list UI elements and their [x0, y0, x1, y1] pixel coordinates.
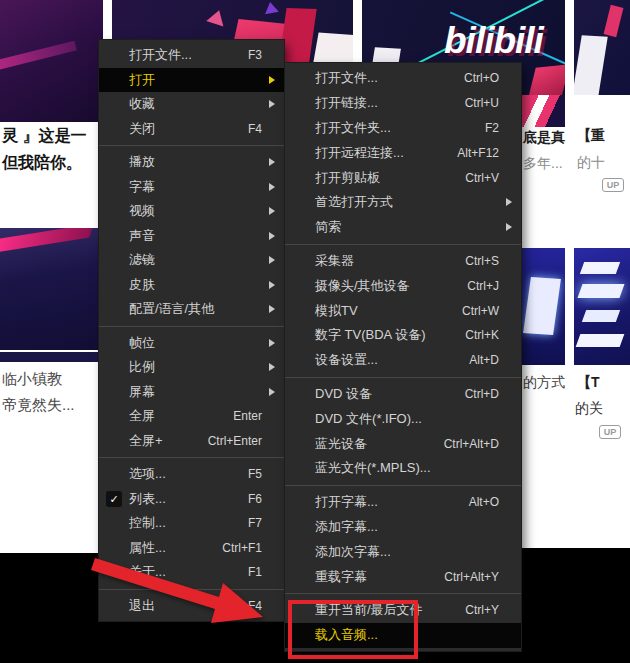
- submenu-item-reopen-current-last-file[interactable]: 重开当前/最后文件Ctrl+Y: [285, 598, 521, 623]
- menu-item-open[interactable]: 打开: [99, 68, 284, 93]
- banner-image-right: [574, 0, 630, 95]
- thumbnail-strip: [0, 352, 100, 362]
- submenu-item-quick-index[interactable]: 简索: [285, 215, 521, 240]
- submenu-item-label: 蓝光设备: [285, 435, 444, 453]
- submenu-arrow-icon: [269, 281, 284, 289]
- submenu-item-label: DVD 文件(*.IFO)...: [285, 410, 499, 428]
- menu-item-playlist[interactable]: ✓列表...F6: [99, 487, 284, 512]
- menu-item-open-file[interactable]: 打开文件...F3: [99, 43, 284, 68]
- menu-item-shortcut: F5: [248, 467, 284, 481]
- submenu-item-label: DVD 设备: [285, 385, 465, 403]
- menu-item-frame-step[interactable]: 帧位: [99, 331, 284, 356]
- submenu-item-open-folder[interactable]: 打开文件夹...F2: [285, 116, 521, 141]
- menu-item-fullscreen-plus[interactable]: 全屏+Ctrl+Enter: [99, 429, 284, 454]
- video-title-text: 【T: [577, 374, 600, 392]
- menu-item-label: 全屏+: [99, 432, 208, 450]
- menu-item-aspect-ratio[interactable]: 比例: [99, 355, 284, 380]
- menu-item-properties[interactable]: 属性...Ctrl+F1: [99, 536, 284, 561]
- menu-item-label: 播放: [99, 153, 269, 171]
- menu-item-shortcut: F1: [248, 565, 284, 579]
- submenu-item-dvd-file-ifo[interactable]: DVD 文件(*.IFO)...: [285, 406, 521, 431]
- menu-item-about[interactable]: 关于...F1: [99, 560, 284, 585]
- menu-item-shortcut: F4: [248, 122, 284, 136]
- menu-item-screen[interactable]: 屏幕: [99, 380, 284, 405]
- menu-separator: [99, 457, 284, 458]
- menu-item-options[interactable]: 选项...F5: [99, 462, 284, 487]
- submenu-item-label: 重开当前/最后文件: [285, 601, 465, 619]
- submenu-separator: [285, 377, 521, 378]
- video-title-text: 临小镇教: [2, 370, 62, 389]
- video-title-text: 底是真: [523, 129, 565, 147]
- screenshot-stage: bilibili 灵 』这是一 但我陪你。 临小镇教 帝竟然失... 底是真 多…: [0, 0, 630, 663]
- submenu-arrow-icon: [269, 183, 284, 191]
- submenu-separator: [285, 244, 521, 245]
- submenu-item-bluray-device[interactable]: 蓝光设备Ctrl+Alt+D: [285, 431, 521, 456]
- submenu-item-bluray-file-mpls[interactable]: 蓝光文件(*.MPLS)...: [285, 456, 521, 481]
- menu-item-video[interactable]: 视频: [99, 199, 284, 224]
- submenu-item-device-settings[interactable]: 设备设置...Alt+D: [285, 348, 521, 373]
- thumbnail-fragment: [521, 95, 565, 127]
- menu-item-label: 打开文件...: [99, 46, 248, 64]
- menu-item-config-language-other[interactable]: 配置/语言/其他: [99, 297, 284, 322]
- menu-item-play[interactable]: 播放: [99, 150, 284, 175]
- menu-item-label: 字幕: [99, 178, 269, 196]
- submenu-item-digital-tv-bda[interactable]: 数字 TV(BDA 设备)Ctrl+K: [285, 323, 521, 348]
- submenu-item-open-clipboard[interactable]: 打开剪贴板Ctrl+V: [285, 165, 521, 190]
- video-title-text: 【重: [577, 127, 605, 145]
- submenu-item-shortcut: Ctrl+D: [465, 387, 521, 401]
- menu-item-skins[interactable]: 皮肤: [99, 273, 284, 298]
- menu-item-sound[interactable]: 声音: [99, 224, 284, 249]
- submenu-item-preferred-open-method[interactable]: 首选打开方式: [285, 190, 521, 215]
- submenu-item-shortcut: Ctrl+V: [465, 171, 521, 185]
- banner-shape: [604, 5, 624, 37]
- submenu-item-label: 摄像头/其他设备: [285, 277, 467, 295]
- submenu-item-open-subtitle[interactable]: 打开字幕...Alt+O: [285, 490, 521, 515]
- submenu-item-open-file[interactable]: 打开文件...Ctrl+O: [285, 66, 521, 91]
- submenu-arrow-icon: [269, 388, 284, 396]
- submenu-item-add-secondary-subtitle[interactable]: 添加次字幕...: [285, 539, 521, 564]
- submenu-item-shortcut: Alt+F12: [457, 146, 521, 160]
- submenu-item-webcam-other-devices[interactable]: 摄像头/其他设备Ctrl+J: [285, 273, 521, 298]
- menu-item-controls[interactable]: 控制...F7: [99, 511, 284, 536]
- submenu-item-shortcut: Alt+D: [469, 353, 521, 367]
- submenu-arrow-icon: [506, 198, 521, 206]
- submenu-separator: [285, 593, 521, 594]
- submenu-item-open-link[interactable]: 打开链接...Ctrl+U: [285, 91, 521, 116]
- menu-item-fullscreen[interactable]: 全屏Enter: [99, 404, 284, 429]
- submenu-arrow-icon: [269, 232, 284, 240]
- menu-separator: [99, 589, 284, 590]
- submenu-item-dvd-device[interactable]: DVD 设备Ctrl+D: [285, 382, 521, 407]
- submenu-item-shortcut: Ctrl+O: [464, 71, 521, 85]
- menu-item-label: 视频: [99, 202, 269, 220]
- submenu-item-add-subtitle[interactable]: 添加字幕...: [285, 515, 521, 540]
- banner-image-left: [0, 0, 103, 122]
- menu-item-subtitles[interactable]: 字幕: [99, 175, 284, 200]
- menu-item-close[interactable]: 关闭F4: [99, 117, 284, 142]
- submenu-item-label: 打开文件夹...: [285, 119, 485, 137]
- menu-item-label: 控制...: [99, 514, 248, 532]
- submenu-item-analog-tv[interactable]: 模拟TVCtrl+W: [285, 298, 521, 323]
- submenu-item-open-remote-connection[interactable]: 打开远程连接...Alt+F12: [285, 140, 521, 165]
- thumbnail-glyph: [582, 310, 620, 322]
- menu-item-shortcut: Ctrl+F1: [222, 541, 284, 555]
- video-thumbnail: [521, 248, 565, 365]
- menu-item-exit[interactable]: 退出F4: [99, 594, 284, 619]
- menu-item-favorites[interactable]: 收藏: [99, 92, 284, 117]
- menu-item-label: 声音: [99, 227, 269, 245]
- menu-item-label: 全屏: [99, 407, 233, 425]
- submenu-item-capture-device[interactable]: 采集器Ctrl+S: [285, 249, 521, 274]
- thumbnail-glyph: [580, 262, 620, 274]
- submenu-item-label: 打开字幕...: [285, 493, 469, 511]
- submenu-item-label: 载入音频...: [285, 626, 499, 644]
- submenu-item-shortcut: F2: [485, 121, 521, 135]
- submenu-item-label: 打开剪贴板: [285, 169, 465, 187]
- submenu-item-load-audio[interactable]: 载入音频...: [285, 623, 521, 648]
- menu-item-filters[interactable]: 滤镜: [99, 248, 284, 273]
- video-title-text: 灵 』这是一: [2, 126, 86, 147]
- submenu-item-reload-subtitle[interactable]: 重载字幕Ctrl+Alt+Y: [285, 564, 521, 589]
- submenu-item-shortcut: Ctrl+S: [465, 254, 521, 268]
- menu-item-label: 帧位: [99, 334, 269, 352]
- video-meta-text: 多年...: [523, 155, 563, 173]
- submenu-arrow-icon: [269, 339, 284, 347]
- submenu-item-label: 首选打开方式: [285, 193, 506, 211]
